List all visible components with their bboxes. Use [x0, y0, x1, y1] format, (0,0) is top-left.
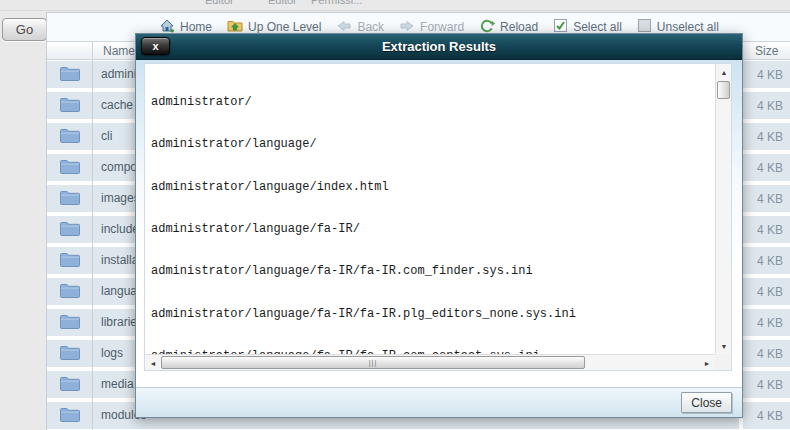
- horizontal-scrollbar[interactable]: ◄ ||| ►: [145, 354, 715, 370]
- header-divider: [92, 42, 93, 59]
- folder-icon: [59, 313, 81, 335]
- folder-icon: [59, 158, 81, 180]
- scrollbar-corner: [715, 354, 731, 370]
- extracted-paths-text: administrator/ administrator/language/ a…: [145, 64, 715, 354]
- dialog-footer: Close: [136, 387, 742, 417]
- file-size: 4 KB: [743, 278, 790, 305]
- file-size: 4 KB: [743, 154, 790, 181]
- extraction-file-list: administrator/ administrator/language/ a…: [144, 63, 732, 371]
- extracted-path: administrator/language/fa-IR/: [151, 222, 715, 236]
- file-size: 4 KB: [743, 402, 790, 429]
- file-name: images: [101, 191, 140, 205]
- file-size: 4 KB: [743, 185, 790, 212]
- file-name: cli: [101, 129, 112, 143]
- dialog-titlebar: x Extraction Results: [136, 34, 742, 60]
- scroll-up-icon[interactable]: ▲: [716, 64, 732, 80]
- extracted-path: administrator/language/fa-IR/fa-IR.com_f…: [151, 264, 715, 278]
- toolbar-unselect-all-label: Unselect all: [657, 20, 719, 34]
- permissions-button-partial[interactable]: Permissi...: [311, 0, 362, 6]
- file-size: 4 KB: [743, 371, 790, 398]
- toolbar-reload-label: Reload: [500, 20, 538, 34]
- toolbar-select-all-label: Select all: [573, 20, 622, 34]
- toolbar-back-label: Back: [357, 20, 384, 34]
- dialog-title: Extraction Results: [382, 39, 496, 54]
- file-size: 4 KB: [743, 123, 790, 150]
- scroll-left-icon[interactable]: ◄: [145, 355, 161, 371]
- column-header-name[interactable]: Name: [103, 44, 135, 58]
- file-size: 4 KB: [743, 92, 790, 119]
- close-button[interactable]: Close: [681, 392, 732, 413]
- file-size: 4 KB: [743, 309, 790, 336]
- file-name: logs: [101, 346, 123, 360]
- file-size: 4 KB: [743, 216, 790, 243]
- folder-icon: [59, 344, 81, 366]
- vertical-scroll-thumb[interactable]: [717, 81, 730, 99]
- dialog-close-icon[interactable]: x: [141, 37, 170, 55]
- toolbar-home-label: Home: [180, 20, 212, 34]
- editor-button-partial[interactable]: Editor: [205, 0, 234, 6]
- clipped-toolbar-row: Editor Editor Permissi...: [0, 0, 790, 11]
- folder-icon: [59, 96, 81, 118]
- file-size: 4 KB: [743, 247, 790, 274]
- file-name: cache: [101, 98, 133, 112]
- file-name: media: [101, 377, 134, 391]
- column-header-size[interactable]: Size: [755, 44, 778, 58]
- extraction-results-dialog: x Extraction Results administrator/ admi…: [135, 33, 743, 418]
- toolbar-forward-label: Forward: [420, 20, 464, 34]
- horizontal-scroll-thumb[interactable]: |||: [161, 356, 585, 369]
- editor2-button-partial[interactable]: Editor: [268, 0, 297, 6]
- extracted-path: administrator/language/fa-IR/fa-IR.plg_e…: [151, 307, 715, 321]
- file-manager-screen: Editor Editor Permissi... Go Home Up One…: [0, 0, 790, 430]
- file-size: 4 KB: [743, 61, 790, 88]
- folder-icon: [59, 282, 81, 304]
- go-button[interactable]: Go: [2, 18, 47, 41]
- toolbar-up-one-level-label: Up One Level: [248, 20, 321, 34]
- folder-icon: [59, 406, 81, 428]
- folder-icon: [59, 65, 81, 87]
- extracted-path: administrator/language/: [151, 137, 715, 151]
- folder-icon: [59, 251, 81, 273]
- column-divider: [92, 60, 93, 430]
- folder-icon: [59, 220, 81, 242]
- extracted-path: administrator/: [151, 95, 715, 109]
- folder-icon: [59, 127, 81, 149]
- dialog-body: administrator/ administrator/language/ a…: [136, 60, 742, 417]
- folder-icon: [59, 375, 81, 397]
- file-size: 4 KB: [743, 340, 790, 367]
- scroll-right-icon[interactable]: ►: [699, 355, 715, 371]
- scroll-down-icon[interactable]: ▼: [716, 338, 732, 354]
- vertical-scrollbar[interactable]: ▲ ▼: [715, 64, 731, 354]
- extracted-path: administrator/language/index.html: [151, 180, 715, 194]
- folder-icon: [59, 189, 81, 211]
